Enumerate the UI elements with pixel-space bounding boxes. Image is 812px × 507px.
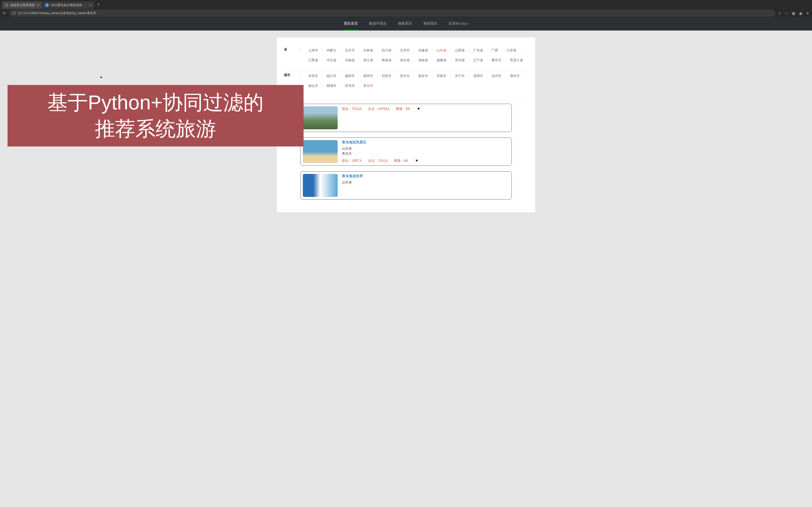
share-icon[interactable]: ⇧ — [778, 11, 781, 15]
heart-icon[interactable]: ♥ — [417, 106, 420, 111]
city-text: 青岛市 — [342, 152, 509, 156]
reader-icon[interactable]: ▣ — [792, 11, 795, 15]
province-option[interactable]: 北京市 — [341, 47, 359, 54]
nav-item[interactable]: 景区首页 — [343, 17, 359, 31]
been-count: 去过：7141人 — [368, 159, 388, 163]
province-option[interactable]: 内蒙古 — [322, 47, 341, 54]
url-text: 127.0.0.1:8001/?sheng_name=山东省&city_name… — [18, 11, 96, 15]
province-option[interactable]: 河北省 — [322, 57, 341, 63]
city-option[interactable]: 临沂市 — [322, 73, 341, 79]
attraction-card: 想去：7213人 去过：14753人 星级：5A ♥ — [300, 104, 512, 132]
city-option[interactable]: 东营市 — [304, 73, 322, 79]
province-option[interactable]: 海南省 — [377, 57, 396, 63]
province-filter-row: 省 › 上海市内蒙古北京市吉林省四川省天津市安徽省山东省山西省广东省广西江苏省江… — [284, 45, 528, 70]
city-option[interactable]: 济宁市 — [451, 73, 469, 79]
province-option[interactable]: 浙江省 — [359, 57, 377, 63]
profile-icon[interactable]: ◉ — [799, 11, 802, 15]
url-input[interactable]: ⓘ 127.0.0.1:8001/?sheng_name=山东省&city_na… — [9, 10, 775, 17]
city-option[interactable]: 烟台市 — [304, 83, 322, 89]
browser-tab-2[interactable]: 2022青岛金沙滩旅游攻略-金沙... × — [42, 1, 94, 9]
new-tab-button[interactable]: + — [94, 2, 103, 7]
city-option[interactable]: 潍坊市 — [506, 73, 524, 79]
city-option[interactable]: 济南市 — [432, 73, 451, 79]
card-body: 想去：7213人 去过：14753人 星级：5A ♥ — [338, 106, 509, 129]
chevron-right-icon: › — [299, 73, 300, 76]
close-icon[interactable]: × — [37, 3, 39, 7]
attraction-title[interactable]: 青岛海底世界 — [342, 174, 509, 178]
province-option[interactable]: 山东省 — [432, 47, 451, 54]
heart-icon[interactable]: ♥ — [415, 158, 418, 163]
city-option[interactable]: 淄博市 — [469, 73, 487, 79]
province-label: 省 — [284, 47, 296, 52]
city-option[interactable]: 德州市 — [359, 73, 377, 79]
province-option[interactable]: 天津市 — [396, 47, 414, 54]
globe-icon — [45, 3, 49, 7]
globe-icon — [5, 3, 8, 7]
attraction-image — [303, 174, 338, 197]
province-option[interactable]: 安徽省 — [414, 47, 432, 54]
info-icon: ⓘ — [12, 11, 16, 15]
browser-tab-1[interactable]: 旅游景点推荐系统 × — [2, 1, 42, 9]
reload-icon[interactable]: ⟳ — [3, 11, 6, 15]
city-option[interactable]: 青岛市 — [359, 83, 377, 89]
been-count: 去过：14753人 — [368, 107, 390, 111]
province-option[interactable]: 河南省 — [341, 57, 359, 63]
star-rating: 星级：4A — [394, 159, 408, 163]
city-filter-row: 城市 › 东营市临沂市威海市德州市日照市枣庄市泰安市济南市济宁市淄博市滨州市潍坊… — [284, 70, 528, 96]
province-option[interactable]: 黑龙江省 — [506, 57, 527, 63]
province-items: 上海市内蒙古北京市吉林省四川省天津市安徽省山东省山西省广东省广西江苏省江西省河北… — [304, 47, 528, 67]
province-option[interactable]: 广东省 — [469, 47, 487, 54]
nav-item[interactable]: 搜索景区 — [397, 17, 413, 31]
province-option[interactable]: 江苏省 — [502, 47, 521, 54]
bookmark-icon[interactable]: ☆ — [785, 11, 788, 15]
card-body: 青岛海底世界 山东省 — [338, 174, 509, 197]
province-option[interactable]: 四川省 — [377, 47, 396, 54]
overlay-line-2: 推荐系统旅游 — [95, 116, 216, 142]
province-option[interactable]: 江西省 — [304, 57, 322, 63]
nav-item[interactable]: 推荐景区 — [422, 17, 439, 31]
filter-section: 省 › 上海市内蒙古北京市吉林省四川省天津市安徽省山东省山西省广东省广西江苏省江… — [277, 45, 535, 101]
city-option[interactable]: 泰安市 — [414, 73, 432, 79]
province-option[interactable]: 重庆市 — [487, 57, 506, 63]
card-stats: 想去：1307人 去过：7141人 星级：4A ♥ — [342, 158, 509, 163]
province-option[interactable]: 湖北省 — [396, 57, 414, 63]
extensions-icon[interactable]: ✦ — [806, 11, 809, 15]
province-option[interactable]: 山西省 — [451, 47, 469, 54]
province-option[interactable]: 湖南省 — [414, 57, 432, 63]
address-actions: ⇧ ☆ ▣ ◉ ✦ — [778, 11, 809, 15]
city-option[interactable]: 滨州市 — [487, 73, 506, 79]
close-icon[interactable]: × — [89, 3, 91, 7]
top-navigation: 景区首页数据可视化搜索景区推荐景区欢迎你:czq — [0, 17, 812, 31]
overlay-banner: 基于Python+协同过滤的 推荐系统旅游 — [7, 85, 304, 147]
province-option[interactable]: 吉林省 — [359, 47, 377, 54]
province-option[interactable]: 广西 — [487, 47, 502, 54]
province-option[interactable]: 福建省 — [432, 57, 451, 63]
card-body: 青岛海滨风景区 山东省 青岛市 想去：1307人 去过：7141人 星级：4A … — [338, 140, 509, 163]
card-stats: 想去：7213人 去过：14753人 星级：5A ♥ — [342, 106, 509, 111]
city-option[interactable]: 菏泽市 — [341, 83, 359, 89]
tab-title: 旅游景点推荐系统 — [10, 3, 35, 7]
city-option[interactable]: 聊城市 — [322, 83, 341, 89]
attraction-title[interactable]: 青岛海滨风景区 — [342, 140, 509, 145]
attraction-list: 想去：7213人 去过：14753人 星级：5A ♥ 青岛海滨风景区 山东省 青… — [277, 104, 535, 200]
province-option[interactable]: 辽宁省 — [469, 57, 487, 63]
main-content: 省 › 上海市内蒙古北京市吉林省四川省天津市安徽省山东省山西省广东省广西江苏省江… — [277, 38, 535, 212]
city-items: 东营市临沂市威海市德州市日照市枣庄市泰安市济南市济宁市淄博市滨州市潍坊市烟台市聊… — [304, 73, 528, 93]
attraction-card: 青岛海底世界 山东省 — [300, 171, 512, 200]
attraction-image — [303, 140, 338, 163]
want-count: 想去：1307人 — [342, 159, 362, 163]
attraction-image — [303, 106, 338, 129]
nav-item[interactable]: 数据可视化 — [368, 17, 388, 31]
attraction-card: 青岛海滨风景区 山东省 青岛市 想去：1307人 去过：7141人 星级：4A … — [300, 137, 512, 166]
nav-item[interactable]: 欢迎你:czq — [448, 17, 469, 31]
province-option[interactable]: 上海市 — [304, 47, 322, 54]
city-label: 城市 — [284, 73, 296, 77]
city-option[interactable]: 枣庄市 — [396, 73, 414, 79]
province-text: 山东省 — [342, 147, 509, 151]
overlay-line-1: 基于Python+协同过滤的 — [47, 90, 264, 116]
province-option[interactable]: 贵州省 — [451, 57, 469, 63]
province-text: 山东省 — [342, 180, 509, 184]
city-option[interactable]: 日照市 — [377, 73, 396, 79]
city-option[interactable]: 威海市 — [341, 73, 359, 79]
tab-title: 2022青岛金沙滩旅游攻略-金沙... — [51, 3, 87, 7]
